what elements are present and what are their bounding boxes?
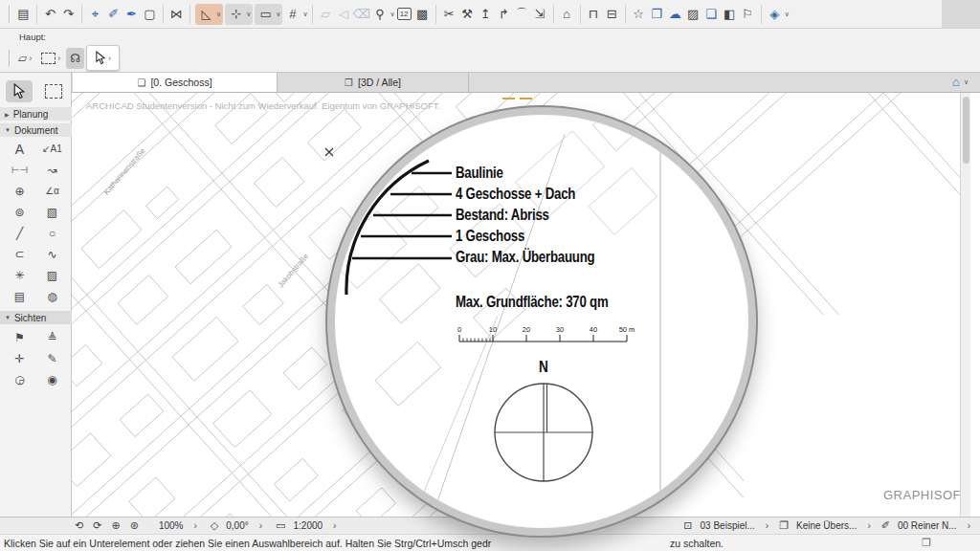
chevron-right-icon[interactable]: › (968, 520, 970, 531)
renovation-icon[interactable]: ◧ (721, 5, 739, 23)
save-icon[interactable]: ▤ (14, 5, 33, 23)
tag-icon[interactable]: ⚐ (739, 5, 757, 23)
zoom-in-icon[interactable]: ⊕ (111, 519, 120, 532)
align-icon[interactable]: ↥ (477, 5, 495, 23)
text-tool-icon[interactable]: A (4, 141, 36, 157)
toolbar-grip[interactable] (9, 50, 10, 67)
drawing-scale-value[interactable]: 1:2000 (293, 520, 323, 531)
tab-floor-plan[interactable]: ❏ [0. Geschoss] (73, 73, 278, 92)
magnifier-overlay: Baulinie 4 Geschosse + Dach Bestand: Abr… (327, 107, 756, 536)
resize-icon[interactable]: ⇲ (531, 5, 549, 23)
elevation-tool-icon[interactable]: ≜ (36, 329, 69, 345)
camera-tool-icon[interactable]: ◉ (36, 371, 69, 387)
fill-tool-icon[interactable]: ▧ (36, 204, 69, 220)
marquee-tool[interactable] (40, 80, 67, 102)
polyline-tool-icon[interactable]: ⊂ (4, 246, 36, 262)
magnet-button[interactable]: ☊ (66, 48, 84, 69)
spline-tool-icon[interactable]: ∿ (36, 246, 69, 262)
tab-3d[interactable]: ❒ [3D / Alle] (278, 73, 469, 92)
drawing-check-icon[interactable]: ▨ (684, 5, 702, 23)
slab-icon[interactable]: ⊟ (603, 5, 621, 23)
line-tool-icon[interactable]: ╱ (4, 225, 36, 241)
fit-in-window-icon[interactable]: ⋈ (167, 5, 186, 23)
teamwork-icon[interactable]: ◈ (766, 5, 784, 23)
scrollbar-thumb[interactable] (963, 97, 969, 164)
redo-icon[interactable]: ↷ (59, 5, 78, 23)
scale-ruler-icon[interactable]: ▭ (276, 519, 285, 532)
radial-dimension-icon[interactable]: ↝ (36, 162, 69, 178)
select-arrow-button[interactable]: › (86, 45, 120, 71)
split-icon[interactable]: ✂ (440, 5, 458, 23)
trace-reference-icon[interactable]: ❐ (779, 519, 789, 532)
interior-elevation-tool-icon[interactable]: ✛ (4, 350, 36, 366)
linear-dimension-icon[interactable]: ⊢⊣ (4, 162, 36, 178)
chevron-right-icon[interactable]: › (867, 520, 870, 531)
figure-tool-icon[interactable]: ▨ (36, 267, 69, 283)
toolbar-grip[interactable] (9, 6, 10, 23)
vertical-scrollbar[interactable] (960, 93, 970, 517)
angle-dimension-icon[interactable]: ∠α (36, 183, 69, 199)
chevron-down-icon[interactable]: ∨ (785, 11, 790, 18)
inject-parameters-icon[interactable]: ✒ (122, 5, 141, 23)
chevron-down-icon[interactable]: ∨ (246, 11, 251, 18)
marquee-frame-icon[interactable]: ▢ (141, 5, 159, 23)
chevron-right-icon[interactable]: › (333, 520, 336, 531)
level-dimension-icon[interactable]: ⊕ (4, 183, 36, 199)
drawing-tool-icon[interactable]: ▤ (4, 288, 36, 304)
elevation-marker-icon[interactable]: ⊚ (4, 204, 36, 220)
copy-settings-icon[interactable]: ❐ (648, 5, 666, 23)
chevron-down-icon[interactable]: ∨ (276, 11, 280, 18)
chevron-right-icon[interactable]: › (193, 520, 196, 531)
rotate-icon[interactable]: ◁ (335, 5, 353, 23)
home-story-icon[interactable]: ⌂ (558, 5, 576, 23)
worksheet-tool-icon[interactable]: ✎ (36, 350, 69, 366)
guide-lines-toggle[interactable]: ◺ ∨ (195, 4, 223, 25)
offset-icon[interactable]: ↱ (495, 5, 513, 23)
marquee-mode-button[interactable]: › (37, 48, 64, 69)
section-planung[interactable]: ▶ Planung (0, 107, 72, 121)
pen-set-icon[interactable]: ✐ (881, 519, 890, 532)
chevron-down-icon[interactable]: ∨ (302, 11, 307, 18)
view-forward-icon[interactable]: ⟳ (93, 519, 101, 532)
stamp-tool-icon[interactable]: ◍ (36, 288, 69, 304)
coordinates-toggle[interactable]: ▭ ∨ (255, 4, 282, 25)
rotation-value[interactable]: 0,00° (226, 520, 248, 531)
trace-quick-option[interactable]: Keine Übers... (796, 520, 857, 531)
pen-set-quick-option[interactable]: 00 Reiner N... (898, 520, 957, 531)
measure-icon[interactable]: 12 (395, 5, 413, 23)
eraser-icon[interactable]: ⌫ (353, 5, 371, 23)
snap-guides-toggle[interactable]: ⊹ ∨ (225, 4, 253, 25)
zoom-fit-icon[interactable]: ⊛ (130, 519, 139, 532)
hotspot-tool-icon[interactable]: ✳ (4, 267, 36, 283)
layout-quick-option[interactable]: 03 Beispiel... (701, 520, 755, 531)
chevron-down-icon[interactable]: ∨ (216, 11, 221, 18)
adjust-icon[interactable]: ⚒ (458, 5, 477, 23)
view-back-icon[interactable]: ⟲ (75, 519, 83, 532)
zoom-level-value[interactable]: 100% (159, 520, 184, 531)
section-tool-icon[interactable]: ⚑ (4, 329, 36, 345)
circle-tool-icon[interactable]: ○ (36, 225, 69, 241)
tab-overview-button[interactable]: ⌂ ∨ (952, 75, 969, 89)
fillet-icon[interactable]: ⌒ (513, 5, 531, 23)
suspend-groups-icon[interactable]: ⚲ (371, 5, 390, 23)
chevron-right-icon[interactable]: › (259, 520, 262, 531)
undo-icon[interactable]: ↶ (41, 5, 59, 23)
cloud-icon[interactable]: ☁ (666, 5, 684, 23)
beam-icon[interactable]: ⊓ (585, 5, 603, 23)
find-select-icon[interactable]: ⌖ (86, 5, 104, 23)
layout-book-icon[interactable]: ⊡ (683, 519, 692, 532)
publish-icon[interactable]: ❏ (702, 5, 721, 23)
arrow-tool[interactable] (6, 80, 33, 102)
label-tool-icon[interactable]: ↙A1 (36, 141, 69, 157)
magic-wand-icon[interactable]: ▩ (413, 5, 432, 23)
section-sichten[interactable]: ▼ Sichten (0, 311, 72, 324)
grid-snap-icon[interactable]: # (283, 5, 301, 23)
detail-tool-icon[interactable]: ◶ (4, 371, 36, 387)
section-dokument[interactable]: ▼ Dokument (0, 123, 72, 137)
chevron-right-icon[interactable]: › (766, 520, 768, 531)
drag-mode-button[interactable]: ▱ › (14, 48, 35, 69)
mirror-icon[interactable]: ▱ (317, 5, 335, 23)
favorites-icon[interactable]: ☆ (630, 5, 648, 23)
pick-up-parameters-icon[interactable]: ✐ (104, 5, 122, 23)
orientation-icon[interactable]: ◇ (211, 519, 218, 532)
